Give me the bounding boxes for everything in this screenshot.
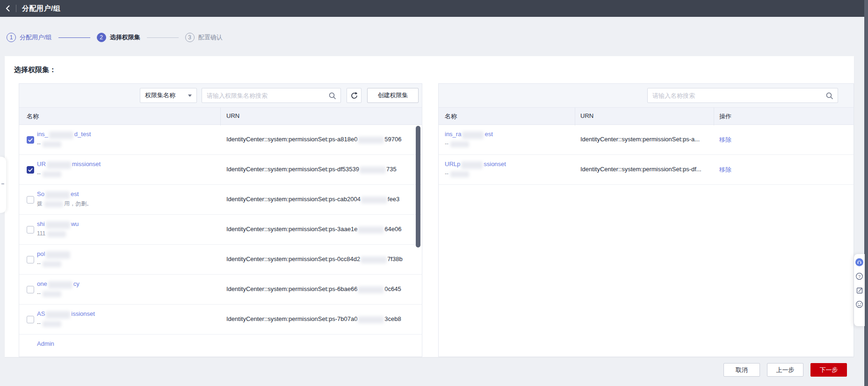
permission-set-link[interactable]: Admin [37, 340, 54, 347]
page-header: 分配用户/组 [0, 0, 868, 17]
row-checkbox[interactable] [27, 316, 34, 323]
cancel-button[interactable]: 取消 [723, 363, 760, 377]
permission-set-search [202, 88, 341, 103]
create-permission-set-button[interactable]: 创建权限集 [367, 88, 419, 103]
selected-permission-sets-panel: 名称 URN 操作 ins_raest -- IdentityCenter::s… [438, 83, 854, 357]
step-select-permission-sets[interactable]: 2 选择权限集 [97, 33, 140, 42]
table-row: onecy -- IdentityCenter::system:permissi… [19, 275, 422, 305]
feedback-button[interactable] [855, 286, 863, 294]
row-checkbox[interactable] [27, 256, 34, 263]
redacted-text [46, 221, 70, 229]
redacted-text [462, 131, 484, 139]
right-table-header: 名称 URN 操作 [439, 107, 854, 125]
step-connector [58, 37, 90, 38]
check-icon [27, 137, 34, 143]
table-row: ins_raest -- IdentityCenter::system:perm… [439, 125, 854, 155]
previous-step-button[interactable]: 上一步 [767, 363, 803, 377]
redacted-text [43, 141, 61, 147]
permission-set-link[interactable]: shiwu [37, 220, 79, 227]
table-row: URmissionset -- IdentityCenter::system:p… [19, 155, 422, 185]
redacted-text [49, 131, 73, 139]
row-checkbox[interactable] [27, 226, 34, 233]
redacted-text [48, 281, 72, 289]
collapsed-panel-handle[interactable] [0, 157, 6, 213]
left-panel-toolbar: 权限集名称 创建权限集 [19, 84, 422, 107]
smiley-icon [855, 300, 863, 308]
row-urn: IdentityCenter::system:permissionSet:ps-… [226, 315, 401, 322]
headset-icon [857, 260, 862, 265]
row-urn: IdentityCenter::system:permissionSet:ps-… [226, 285, 401, 292]
permission-set-link[interactable]: pol [37, 250, 71, 257]
redacted-text [450, 171, 469, 177]
support-button[interactable] [855, 258, 863, 266]
redacted-text [46, 251, 70, 259]
row-subtext: -- [37, 290, 80, 297]
permission-set-link[interactable]: ins_d_test [37, 131, 91, 138]
right-table-body: ins_raest -- IdentityCenter::system:perm… [439, 125, 854, 357]
step-confirm[interactable]: 3 配置确认 [185, 33, 223, 42]
floating-side-toolbar: ? [854, 254, 865, 326]
redacted-text [360, 167, 386, 174]
redacted-text [44, 201, 63, 207]
row-checkbox[interactable] [27, 166, 34, 174]
row-urn: IdentityCenter::system:permissionSet:ps-… [580, 166, 702, 173]
table-row: shiwu 111 IdentityCenter::system:permiss… [19, 215, 422, 245]
row-subtext: -- [37, 170, 101, 177]
permission-set-search-input[interactable] [202, 88, 340, 102]
row-subtext: -- [37, 320, 95, 327]
redacted-text [45, 191, 70, 199]
scrollbar-thumb[interactable] [416, 126, 420, 248]
permission-set-link[interactable]: ins_raest [445, 131, 493, 138]
permission-set-link[interactable]: Soest [37, 190, 79, 197]
redacted-text [361, 197, 387, 204]
chevron-down-icon [188, 95, 192, 97]
permission-set-link[interactable]: ASissionset [37, 310, 95, 317]
content-card: 选择权限集： 权限集名称 创建权限集 名称 URN [5, 56, 854, 357]
row-checkbox[interactable] [27, 136, 34, 144]
column-urn: URN [226, 112, 239, 119]
row-urn: IdentityCenter::system:permissionSet:ps-… [226, 196, 399, 203]
filter-dropdown[interactable]: 权限集名称 [140, 88, 197, 103]
left-table-body: ins_d_test -- IdentityCenter::system:per… [19, 125, 422, 357]
back-button[interactable] [0, 0, 16, 17]
column-name: 名称 [445, 112, 457, 121]
column-divider [714, 108, 714, 125]
row-subtext: -- [37, 260, 71, 267]
column-action: 操作 [719, 112, 731, 121]
redacted-text [43, 261, 61, 267]
permission-set-link[interactable]: onecy [37, 280, 80, 287]
step-connector [147, 37, 179, 38]
redacted-text [43, 321, 61, 327]
row-subtext: 111 [37, 230, 79, 237]
svg-text:?: ? [858, 274, 861, 279]
chevron-left-icon [5, 5, 11, 12]
row-checkbox[interactable] [27, 286, 34, 293]
table-row: ins_d_test -- IdentityCenter::system:per… [19, 125, 422, 155]
row-subtext: 拨用，勿删。 [37, 200, 92, 207]
table-row: Admin [19, 335, 422, 357]
next-step-button[interactable]: 下一步 [810, 363, 847, 377]
redacted-text [43, 291, 61, 297]
redacted-text [358, 286, 384, 293]
remove-link[interactable]: 移除 [719, 166, 731, 173]
row-checkbox[interactable] [27, 196, 34, 204]
left-table-header: 名称 URN [19, 107, 422, 125]
permission-set-link[interactable]: URmissionset [37, 160, 101, 168]
header-divider [16, 5, 16, 12]
help-button[interactable]: ? [855, 272, 863, 280]
wizard-stepper: 1 分配用户/组 2 选择权限集 3 配置确认 [7, 29, 223, 46]
step-assign-users[interactable]: 1 分配用户/组 [7, 33, 52, 42]
selected-search [647, 88, 838, 103]
remove-link[interactable]: 移除 [719, 136, 731, 143]
check-icon [27, 167, 34, 173]
redacted-text [358, 226, 384, 233]
row-urn: IdentityCenter::system:permissionSet:ps-… [226, 255, 403, 262]
row-urn: IdentityCenter::system:permissionSet:ps-… [580, 136, 700, 143]
table-row: pol -- IdentityCenter::system:permission… [19, 245, 422, 275]
column-name: 名称 [27, 112, 39, 121]
refresh-button[interactable] [347, 88, 362, 103]
permission-set-link[interactable]: URLpssionset [445, 160, 506, 168]
satisfaction-survey-button[interactable] [855, 300, 863, 308]
row-urn: IdentityCenter::system:permissionSet:ps-… [226, 166, 397, 173]
selected-search-input[interactable] [648, 88, 838, 102]
